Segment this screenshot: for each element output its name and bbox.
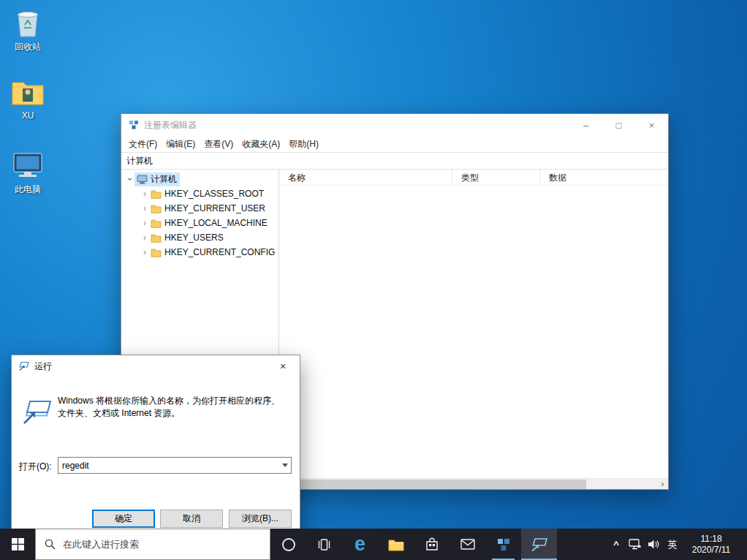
- computer-icon: [137, 175, 148, 184]
- tree-selection: 计算机: [134, 173, 180, 186]
- menu-help[interactable]: 帮助(H): [284, 137, 323, 152]
- tree-node-label: HKEY_CURRENT_CONFIG: [164, 247, 275, 257]
- mail-button[interactable]: [450, 529, 485, 560]
- scroll-right-icon[interactable]: ›: [657, 479, 668, 490]
- task-view-button[interactable]: [306, 529, 342, 560]
- volume-button[interactable]: [644, 529, 663, 560]
- edge-button[interactable]: e: [342, 529, 378, 560]
- maximize-button[interactable]: □: [602, 114, 635, 136]
- clock[interactable]: 11:18 2020/7/11: [682, 534, 740, 556]
- tree-node-hkcc[interactable]: › HKEY_CURRENT_CONFIG: [121, 245, 278, 260]
- menu-view[interactable]: 查看(V): [200, 137, 238, 152]
- tree-node-hklm[interactable]: › HKEY_LOCAL_MACHINE: [121, 216, 278, 230]
- desktop-icon-recycle-bin[interactable]: 回收站: [1, 6, 54, 53]
- taskbar-search[interactable]: [35, 529, 270, 560]
- tree-node-hkcu[interactable]: › HKEY_CURRENT_USER: [121, 201, 278, 216]
- cortana-button[interactable]: [270, 529, 306, 560]
- run-description-line1: Windows 将根据你所输入的名称，为你打开相应的程序、: [58, 395, 292, 407]
- run-dialog-body: Windows 将根据你所输入的名称，为你打开相应的程序、 文件夹、文档或 In…: [12, 377, 300, 542]
- volume-icon: [648, 539, 660, 550]
- taskbar-app-icons: e: [270, 529, 557, 560]
- menu-edit[interactable]: 编辑(E): [162, 137, 200, 152]
- cortana-icon: [281, 537, 296, 552]
- regedit-titlebar[interactable]: 注册表编辑器 – □ ×: [121, 114, 668, 136]
- browse-button[interactable]: 浏览(B)...: [229, 510, 292, 528]
- column-header-data[interactable]: 数据: [540, 170, 668, 185]
- search-icon: [45, 539, 56, 550]
- close-button[interactable]: ×: [635, 114, 668, 136]
- regedit-address-bar[interactable]: 计算机: [121, 152, 668, 170]
- tree-node-hku[interactable]: › HKEY_USERS: [121, 230, 278, 245]
- tree-node-hkcr[interactable]: › HKEY_CLASSES_ROOT: [121, 186, 278, 201]
- ok-button[interactable]: 确定: [92, 510, 155, 528]
- file-explorer-icon: [388, 538, 404, 551]
- column-header-type[interactable]: 类型: [452, 170, 540, 185]
- folder-icon: [151, 204, 162, 213]
- close-icon[interactable]: ×: [266, 356, 300, 377]
- search-input[interactable]: [63, 539, 270, 550]
- tray-chevron-up-icon[interactable]: ^: [607, 529, 625, 560]
- network-button[interactable]: [625, 529, 644, 560]
- list-header: 名称 类型 数据: [279, 170, 668, 186]
- run-taskbar-button[interactable]: [521, 529, 557, 560]
- open-label: 打开(O):: [19, 461, 52, 473]
- run-command-input[interactable]: [58, 461, 278, 471]
- tree-node-label: HKEY_CLASSES_ROOT: [164, 189, 264, 199]
- folder-icon: [151, 189, 162, 199]
- run-description: Windows 将根据你所输入的名称，为你打开相应的程序、 文件夹、文档或 In…: [58, 395, 292, 420]
- regedit-value-list: 名称 类型 数据: [279, 170, 668, 478]
- desktop-icon-label: XU: [1, 110, 54, 121]
- chevron-down-icon: [282, 463, 288, 467]
- run-icon: [531, 537, 548, 552]
- combo-dropdown-button[interactable]: [278, 458, 291, 473]
- column-header-name[interactable]: 名称: [279, 170, 452, 185]
- expand-icon[interactable]: ›: [140, 203, 149, 213]
- tree-node-label: 计算机: [151, 173, 177, 186]
- folder-icon: [151, 248, 162, 257]
- expand-icon[interactable]: ›: [140, 218, 149, 228]
- tree-node-label: HKEY_USERS: [164, 232, 224, 243]
- list-empty-area[interactable]: [279, 186, 668, 478]
- ime-indicator[interactable]: 英: [663, 529, 682, 560]
- taskbar: e: [0, 529, 747, 560]
- expand-icon[interactable]: ›: [140, 189, 149, 199]
- run-dialog-title: 运行: [34, 360, 266, 373]
- windows-logo-icon: [12, 538, 24, 550]
- desktop-icon-this-pc[interactable]: 此电脑: [1, 148, 54, 196]
- desktop-icon-user-folder[interactable]: XU: [1, 75, 54, 121]
- regedit-window-title: 注册表编辑器: [144, 119, 569, 132]
- expand-icon[interactable]: ›: [140, 232, 149, 243]
- folder-icon: [151, 219, 162, 228]
- expand-icon[interactable]: ›: [140, 247, 149, 257]
- file-explorer-button[interactable]: [378, 529, 414, 560]
- menu-file[interactable]: 文件(F): [124, 137, 162, 152]
- run-dialog: 运行 × Windows 将根据你所输入的名称，为你打开相应的程序、 文件夹、文…: [11, 355, 300, 542]
- network-icon: [629, 539, 641, 550]
- cancel-button[interactable]: 取消: [160, 510, 223, 528]
- run-icon: [22, 399, 53, 428]
- regedit-taskbar-button[interactable]: [485, 529, 521, 560]
- desktop-icon-label: 回收站: [1, 41, 54, 53]
- run-combobox[interactable]: [58, 457, 292, 474]
- collapse-icon[interactable]: ›: [125, 175, 135, 183]
- clock-date: 2020/7/11: [682, 545, 740, 556]
- tree-node-label: HKEY_CURRENT_USER: [164, 203, 265, 213]
- tree-node-computer[interactable]: › 计算机: [121, 172, 278, 186]
- regedit-icon: [496, 537, 512, 553]
- tree-node-label: HKEY_LOCAL_MACHINE: [164, 218, 268, 228]
- recycle-bin-icon: [1, 6, 54, 39]
- menu-favorites[interactable]: 收藏夹(A): [238, 137, 284, 152]
- store-button[interactable]: [414, 529, 450, 560]
- edge-icon: e: [354, 534, 365, 554]
- this-pc-icon: [1, 148, 54, 182]
- run-app-icon: [18, 360, 30, 372]
- system-tray: ^ 英 11:18 2020/7/11: [607, 529, 747, 560]
- task-view-icon: [317, 539, 331, 550]
- minimize-button[interactable]: –: [569, 114, 602, 136]
- mail-icon: [460, 539, 475, 550]
- run-titlebar[interactable]: 运行 ×: [12, 355, 300, 377]
- regedit-app-icon: [128, 119, 140, 131]
- desktop-icon-label: 此电脑: [1, 183, 54, 196]
- folder-icon: [151, 233, 162, 243]
- start-button[interactable]: [0, 529, 35, 560]
